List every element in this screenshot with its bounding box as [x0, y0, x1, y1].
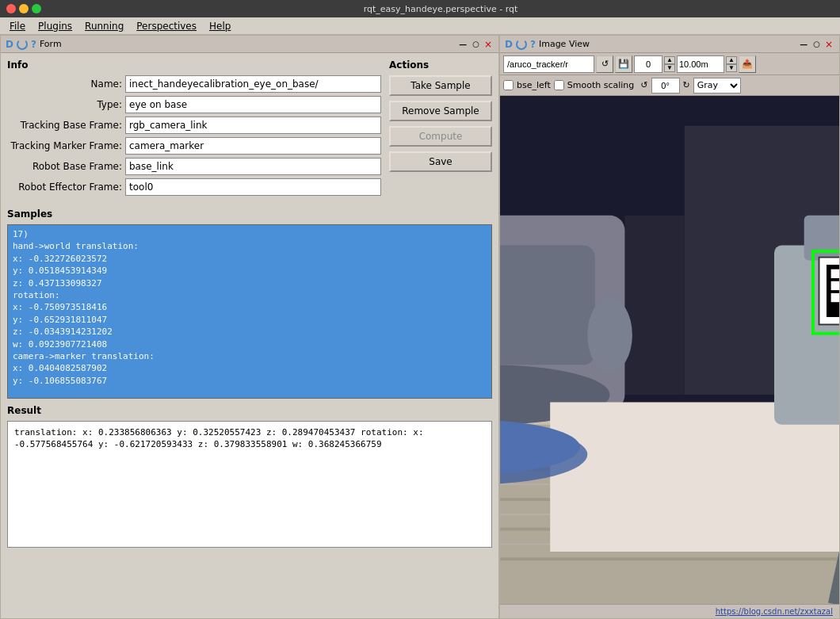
field-label-robot-effector: Robot Effector Frame:: [7, 181, 122, 193]
menu-bar: File Plugins Running Perspectives Help: [0, 17, 840, 35]
field-row-robot-effector: Robot Effector Frame:: [7, 178, 381, 196]
rotate-cw-icon: ↻: [683, 80, 690, 90]
robot-image: eRobot: [500, 96, 839, 604]
imageview-float-button[interactable]: ○: [811, 40, 822, 48]
field-input-type[interactable]: [125, 96, 381, 113]
svg-rect-16: [500, 246, 595, 365]
samples-label: Samples: [7, 208, 492, 220]
field-label-tracking-base: Tracking Base Frame:: [7, 120, 122, 131]
window-controls[interactable]: [6, 4, 41, 13]
close-button[interactable]: [6, 4, 16, 13]
image-toolbar: ↺ 💾 ▲ ▼ ▲ ▼ 📤: [500, 53, 839, 75]
zoom-level-down-button[interactable]: ▼: [726, 64, 737, 72]
menu-perspectives[interactable]: Perspectives: [130, 19, 203, 33]
info-section: Info Name: Type: Tracking Base Frame: Tr…: [7, 59, 381, 199]
field-label-name: Name:: [7, 78, 122, 90]
form-close-button[interactable]: ×: [483, 39, 494, 50]
field-row-tracking-base: Tracking Base Frame:: [7, 117, 381, 134]
imageview-close-button[interactable]: ×: [823, 39, 834, 50]
field-label-type: Type:: [7, 99, 122, 110]
remove-sample-button[interactable]: Remove Sample: [389, 101, 492, 121]
form-dash-button[interactable]: −: [456, 38, 469, 51]
refresh-button[interactable]: ↺: [596, 55, 613, 73]
minimize-button[interactable]: [19, 4, 29, 13]
export-image-button[interactable]: 📤: [739, 55, 756, 73]
help-icon: ?: [31, 39, 36, 50]
save-button[interactable]: Save: [389, 151, 492, 172]
window-title: rqt_easy_handeye.perspective - rqt: [48, 4, 834, 14]
take-sample-button[interactable]: Take Sample: [389, 75, 492, 96]
topic-input[interactable]: [503, 55, 594, 73]
smooth-scaling-checkbox[interactable]: [554, 80, 564, 90]
status-bar: https://blog.csdn.net/zxxtazal: [500, 604, 839, 618]
info-label: Info: [7, 59, 381, 71]
rotate-ccw-icon: ↺: [640, 80, 647, 90]
img-help-icon: ?: [530, 39, 536, 50]
img-d-icon: D: [505, 39, 513, 50]
svg-rect-29: [831, 281, 839, 290]
field-row-tracking-marker: Tracking Marker Frame:: [7, 137, 381, 155]
field-label-tracking-marker: Tracking Marker Frame:: [7, 140, 122, 151]
field-input-tracking-base[interactable]: [125, 117, 381, 134]
result-section: Result translation: x: 0.233856806363 y:…: [1, 402, 498, 551]
smooth-scaling-label: Smooth scaling: [567, 80, 635, 90]
field-input-tracking-marker[interactable]: [125, 137, 381, 155]
compute-button[interactable]: Compute: [389, 126, 492, 147]
form-panel-controls[interactable]: − ○ ×: [456, 38, 494, 51]
field-input-name[interactable]: [125, 75, 381, 93]
menu-running[interactable]: Running: [78, 19, 130, 33]
zoom-number-input[interactable]: [634, 55, 662, 73]
imageview-titlebar: D ? Image View − ○ ×: [500, 36, 839, 53]
menu-file[interactable]: File: [3, 19, 32, 33]
field-input-robot-effector[interactable]: [125, 178, 381, 196]
status-url: https://blog.csdn.net/zxxtazal: [716, 607, 833, 616]
svg-rect-26: [831, 269, 839, 278]
field-row-name: Name:: [7, 75, 381, 93]
result-label: Result: [7, 405, 492, 416]
zoom-level-input[interactable]: [677, 55, 724, 73]
image-toolbar-row2: bse_left Smooth scaling ↺ ↻ Gray RGB BGR: [500, 75, 839, 96]
zoom-level-up-button[interactable]: ▲: [726, 56, 737, 64]
zoom-level-spinner[interactable]: ▲ ▼: [726, 56, 737, 72]
title-bar: rqt_easy_handeye.perspective - rqt: [0, 0, 840, 17]
field-row-type: Type:: [7, 96, 381, 113]
svg-point-20: [587, 298, 632, 373]
zoom-down-button[interactable]: ▼: [664, 64, 675, 72]
bse-left-label: bse_left: [517, 80, 551, 90]
imageview-dash-button[interactable]: −: [797, 38, 810, 51]
maximize-button[interactable]: [32, 4, 41, 13]
field-input-robot-base[interactable]: [125, 158, 381, 175]
svg-rect-14: [624, 216, 684, 395]
menu-help[interactable]: Help: [203, 19, 237, 33]
form-float-button[interactable]: ○: [471, 40, 481, 48]
image-display: eRobot: [500, 96, 839, 604]
imageview-title: Image View: [539, 39, 795, 49]
left-panel: D ? Form − ○ × Info Name: Type:: [0, 35, 499, 619]
svg-rect-31: [831, 293, 839, 302]
field-row-robot-base: Robot Base Frame:: [7, 158, 381, 175]
menu-plugins[interactable]: Plugins: [32, 19, 78, 33]
svg-rect-23: [804, 216, 839, 261]
zoom-up-button[interactable]: ▲: [664, 56, 675, 64]
actions-label: Actions: [389, 59, 492, 71]
color-mode-select[interactable]: Gray RGB BGR: [693, 78, 741, 94]
form-title: Form: [40, 39, 454, 49]
save-image-button[interactable]: 💾: [615, 55, 632, 73]
form-titlebar: D ? Form − ○ ×: [1, 36, 498, 53]
zoom-spinner[interactable]: ▲ ▼: [664, 56, 675, 72]
main-container: D ? Form − ○ × Info Name: Type:: [0, 35, 840, 619]
imageview-panel-controls[interactable]: − ○ ×: [797, 38, 834, 51]
actions-section: Actions Take Sample Remove Sample Comput…: [389, 59, 492, 199]
spinner-icon: [17, 39, 28, 50]
field-label-robot-base: Robot Base Frame:: [7, 161, 122, 172]
bse-left-checkbox[interactable]: [503, 80, 514, 90]
angle-input[interactable]: [651, 78, 680, 94]
right-panel: D ? Image View − ○ × ↺ 💾 ▲ ▼ ▲ ▼: [499, 35, 840, 619]
form-area: Info Name: Type: Tracking Base Frame: Tr…: [1, 53, 498, 205]
result-box: translation: x: 0.233856806363 y: 0.3252…: [7, 421, 492, 548]
samples-section: Samples 17) hand->world translation: x: …: [1, 205, 498, 402]
img-spinner-icon: [516, 39, 527, 50]
d-icon: D: [6, 39, 13, 50]
samples-list[interactable]: 17) hand->world translation: x: -0.32272…: [7, 224, 492, 399]
